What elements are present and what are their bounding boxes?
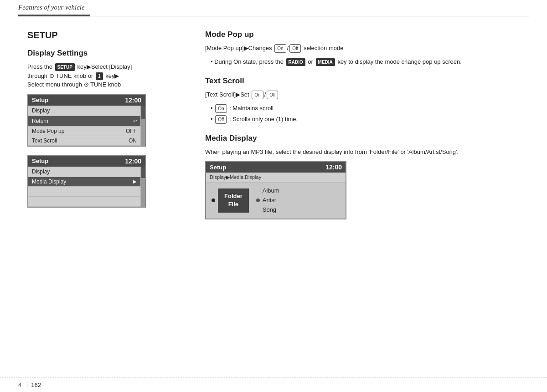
left-column: SETUP Display Settings Press the SETUP k… [27, 30, 201, 229]
scrollbar1 [141, 106, 145, 146]
screen1-text-scroll-row: Text Scroll ON [28, 136, 140, 146]
page-header-title: Features of your vehicle [18, 0, 90, 16]
scrollbar1-thumb [141, 106, 145, 119]
screen3-header: Setup 12:00 [206, 162, 346, 173]
media-badge: MEDIA [316, 58, 335, 66]
screen3-options-row: Folder File Album Artist Song [206, 183, 346, 218]
radio-badge: RADIO [286, 58, 305, 66]
return-arrow: ↩ [133, 118, 137, 123]
display-settings-section: Display Settings Press the SETUP key▶Sel… [27, 49, 187, 147]
screen1-display-row: Display [28, 106, 140, 116]
screen2-empty-row1 [28, 187, 140, 197]
screen1-wrapper: Setup 12:00 Display Return ↩ Mode Pop up [27, 94, 187, 147]
text-scroll-section: Text Scroll [Text Scroll]▶Set On/Off • O… [205, 76, 520, 124]
screen3-header-left: Setup [210, 164, 226, 171]
scrollbar2-thumb [141, 167, 145, 178]
screen1-header: Setup 12:00 [28, 95, 145, 106]
folder-option-group: Folder File [212, 188, 249, 212]
screen1-header-left: Setup [32, 97, 48, 103]
footer: 4 162 [0, 377, 547, 392]
text-scroll-desc: [Text Scroll]▶Set On/Off [205, 90, 520, 99]
screen2-wrapper: Setup 12:00 Display Media Display ▶ [27, 155, 187, 208]
media-display-section: Media Display When playing an MP3 file, … [205, 134, 520, 219]
off-badge3: Off [215, 115, 227, 124]
media-display-desc: When playing an MP3 file, select the des… [205, 148, 520, 157]
text-scroll-bullet2: • On : Maintains scroll [211, 104, 520, 113]
screen1-time: 12:00 [125, 97, 141, 104]
mode-popup-desc: [Mode Pop up]▶Changes On/Off selection m… [205, 44, 520, 53]
off-badge: Off [289, 44, 301, 53]
display-settings-intro: Press the SETUP key▶Select [Display] thr… [27, 62, 187, 89]
screen3-breadcrumb: Display▶Media Display [206, 173, 346, 183]
folder-radio-dot [212, 199, 215, 202]
screen2-media-display-row: Media Display ▶ [28, 177, 140, 187]
footer-divider [27, 381, 27, 388]
folder-file-option: Folder File [218, 188, 249, 212]
album-artist-song-option: Album Artist Song [263, 186, 279, 214]
setup-section: SETUP [27, 30, 187, 41]
key-badge: 1 [96, 72, 103, 80]
screen2-display-row: Display [28, 167, 140, 177]
screen3-time: 12:00 [325, 163, 342, 171]
media-display-arrow: ▶ [133, 179, 137, 184]
screen2-empty-row2 [28, 197, 140, 207]
on-badge2: On [252, 91, 263, 99]
on-badge3: On [215, 104, 227, 113]
media-display-title: Media Display [205, 134, 520, 143]
display-settings-title: Display Settings [27, 49, 187, 58]
screen2-header: Setup 12:00 [28, 156, 145, 167]
screen2-mockup: Setup 12:00 Display Media Display ▶ [27, 155, 146, 208]
screen1-mode-popup-row: Mode Pop up OFF [28, 127, 140, 136]
right-column: Mode Pop up [Mode Pop up]▶Changes On/Off… [201, 30, 520, 229]
footer-section-num: 4 [18, 382, 21, 388]
off-badge2: Off [267, 91, 278, 99]
screen3-mockup: Setup 12:00 Display▶Media Display Folder… [205, 161, 346, 219]
on-badge: On [274, 44, 286, 53]
screen2-time: 12:00 [125, 158, 141, 165]
scrollbar2 [141, 167, 145, 207]
text-scroll-title: Text Scroll [205, 76, 520, 86]
text-scroll-bullet3: • Off : Scrolls only one (1) time. [211, 115, 520, 124]
screen1-mockup: Setup 12:00 Display Return ↩ Mode Pop up [27, 94, 146, 147]
setup-title: SETUP [27, 30, 187, 41]
screen1-return-row: Return ↩ [28, 116, 140, 127]
mode-popup-title: Mode Pop up [205, 30, 520, 39]
screen2-header-left: Setup [32, 158, 48, 164]
mode-popup-section: Mode Pop up [Mode Pop up]▶Changes On/Off… [205, 30, 520, 66]
main-content: SETUP Display Settings Press the SETUP k… [0, 16, 547, 229]
footer-page-num: 162 [31, 382, 41, 388]
setup-badge: SETUP [55, 63, 75, 71]
album-option-group: Album Artist Song [256, 186, 279, 214]
header-bar: Features of your vehicle [18, 0, 529, 16]
album-radio-dot [256, 199, 260, 202]
mode-popup-bullet1: • During On state, press the RADIO or ME… [211, 57, 520, 66]
